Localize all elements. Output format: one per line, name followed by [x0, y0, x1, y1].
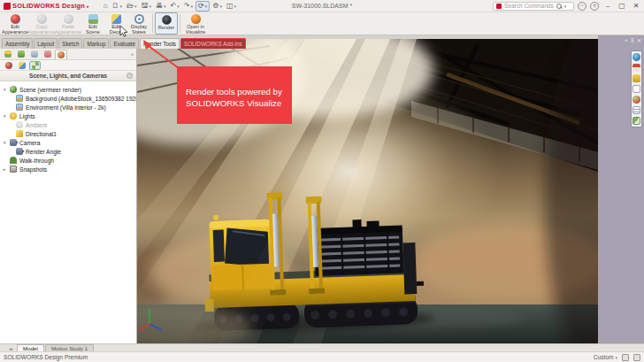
- panel-overflow-chevron-icon[interactable]: »: [131, 51, 134, 57]
- design-library-icon[interactable]: [632, 74, 640, 82]
- edit-decal-icon: [111, 14, 121, 24]
- close-button[interactable]: ✕: [631, 2, 641, 10]
- login-icon[interactable]: ◠: [578, 2, 586, 11]
- expander-icon[interactable]: ▾: [4, 87, 10, 92]
- expander-icon[interactable]: ▸: [4, 166, 10, 172]
- tab-markup[interactable]: Markup: [83, 38, 109, 49]
- visualize-icon: [191, 14, 201, 24]
- expander-icon[interactable]: ▾: [4, 140, 10, 145]
- status-tag-icon[interactable]: [622, 354, 629, 361]
- solidworks-resources-icon[interactable]: [632, 53, 640, 61]
- edit-appearance-button[interactable]: Edit Appearance: [2, 12, 28, 35]
- edit-scene-button[interactable]: Edit Scene: [81, 12, 104, 35]
- featuremanager-tree-tab[interactable]: [2, 50, 14, 59]
- solidworks-forum-icon[interactable]: [632, 117, 640, 125]
- appearances-filter-icon: [5, 62, 12, 69]
- print-button[interactable]: 🖶▾: [154, 1, 168, 12]
- tree-item-camera[interactable]: ▾ Camera: [0, 138, 136, 147]
- maximize-button[interactable]: ▢: [617, 2, 627, 10]
- app-logo[interactable]: SOLIDWORKS Design ▸: [0, 2, 93, 10]
- task-pane-tab-strip: [631, 50, 642, 127]
- tree-item-background[interactable]: Background (AdobeStock_136509382 1920): [0, 94, 136, 103]
- dimxpertmanager-tab[interactable]: [42, 50, 54, 59]
- help-icon[interactable]: ?: [590, 2, 599, 11]
- taskpane-pin-icon[interactable]: ⊼: [631, 37, 634, 44]
- unit-system-dropdown[interactable]: Custom ▾: [594, 354, 617, 360]
- custom-properties-icon[interactable]: [632, 106, 640, 114]
- decals-filter-icon: [19, 62, 26, 69]
- paste-appearance-button[interactable]: Paste Appearance: [55, 12, 81, 35]
- tree-item-walk-through[interactable]: Walk-through: [0, 156, 136, 165]
- panel-help-icon[interactable]: ?: [126, 73, 133, 79]
- tab-model[interactable]: Model: [17, 344, 44, 351]
- panel-title: Scene, Lights, and Cameras: [29, 73, 107, 79]
- tree-item-directional1[interactable]: Directional1: [0, 129, 136, 138]
- tab-motion-study-1[interactable]: Motion Study 1: [45, 344, 94, 351]
- copy-appearance-icon: [37, 14, 47, 24]
- save-button[interactable]: 🖫▾: [140, 1, 154, 12]
- tab-sketch[interactable]: Sketch: [58, 38, 82, 49]
- ribbon-tab-strip: Assembly Layout Sketch Markup Evaluate R…: [0, 35, 209, 49]
- search-dropdown-icon[interactable]: ▾: [564, 4, 567, 9]
- task-pane-topbar: « ⊼ ✕: [598, 35, 644, 44]
- render-icon: [162, 15, 172, 25]
- taskpane-close-icon[interactable]: ✕: [637, 37, 641, 44]
- home-button[interactable]: ⌂: [102, 1, 110, 12]
- view-appearances-button[interactable]: [3, 61, 14, 70]
- taskpane-collapse-icon[interactable]: «: [625, 37, 627, 44]
- file-explorer-icon[interactable]: [632, 85, 640, 93]
- model-tab-bar: ◂▸ Model Motion Study 1: [0, 343, 644, 351]
- dimxpertmanager-icon: [44, 50, 51, 58]
- new-document-button[interactable]: 🗋▾: [111, 1, 125, 12]
- options-button[interactable]: ⚙▾: [211, 1, 224, 12]
- scene-lights-filter-icon: [32, 62, 39, 69]
- tab-solidworks-add-ins[interactable]: SOLIDWORKS Add-Ins: [180, 38, 246, 49]
- callout-text-line2: SOLIDWORKS Visualize: [186, 98, 285, 110]
- status-text: SOLIDWORKS Design Premium: [4, 354, 88, 360]
- mouse-cursor-icon: [119, 26, 128, 37]
- configurationmanager-tab[interactable]: [28, 50, 41, 59]
- redo-button[interactable]: ↷▾: [182, 1, 195, 12]
- tree-item-environment[interactable]: Environment (Villa Interior - 2k): [0, 103, 136, 112]
- rebuild-button[interactable]: ⟳▾: [196, 1, 210, 12]
- appearance-sphere-icon: [11, 14, 20, 24]
- search-icon[interactable]: [556, 4, 562, 9]
- propertymanager-tab[interactable]: [15, 50, 27, 59]
- search-placeholder: Search Commands: [504, 3, 554, 9]
- appearances-scenes-icon[interactable]: [632, 96, 640, 104]
- app-name: SOLIDWORKS Design: [12, 2, 85, 10]
- tab-evaluate[interactable]: Evaluate: [110, 38, 139, 49]
- view-decals-button[interactable]: [16, 61, 27, 70]
- tree-item-snapshots[interactable]: ▸ Snapshots: [0, 165, 136, 173]
- directional-light-icon: [16, 130, 23, 137]
- minimize-button[interactable]: –: [602, 2, 613, 10]
- display-states-target-button[interactable]: Display States Target: [127, 12, 150, 35]
- paste-appearance-icon: [64, 14, 73, 24]
- tab-render-tools[interactable]: Render Tools: [140, 38, 180, 49]
- open-in-visualize-button[interactable]: Open in Visualize: [182, 12, 209, 35]
- ambient-light-icon: [16, 121, 23, 128]
- display-settings-button[interactable]: ◫▾: [225, 1, 238, 12]
- copy-appearance-button[interactable]: Copy Appearance: [28, 12, 55, 35]
- unit-dropdown-arrow-icon: ▾: [615, 355, 617, 360]
- tree-item-render-angle[interactable]: Render Angle: [0, 147, 136, 156]
- titlebar-right: Search Commands ▾ ◠ ? – ▢ ✕: [493, 2, 644, 11]
- render-button[interactable]: Render: [155, 12, 178, 35]
- tab-layout[interactable]: Layout: [34, 38, 58, 49]
- open-document-button[interactable]: 🗁▾: [125, 1, 139, 12]
- view-scene-lights-cameras-button[interactable]: [29, 61, 41, 70]
- status-editing-icon[interactable]: [633, 354, 640, 361]
- home-tab-icon[interactable]: [632, 64, 640, 72]
- display-states-target-icon: [134, 14, 144, 24]
- panel-header: Scene, Lights, and Cameras ?: [0, 71, 136, 81]
- tab-assembly[interactable]: Assembly: [2, 38, 33, 49]
- expander-icon[interactable]: ▾: [4, 113, 10, 119]
- tree-item-lights[interactable]: ▾ Lights: [0, 112, 136, 120]
- scene-tree: ▾ Scene (vermeer render) Background (Ado…: [0, 81, 136, 173]
- tree-item-ambient[interactable]: Ambient: [0, 120, 136, 129]
- undo-button[interactable]: ↶▾: [169, 1, 181, 12]
- tree-item-scene[interactable]: ▾ Scene (vermeer render): [0, 85, 136, 94]
- app-menu-arrow-icon[interactable]: ▸: [87, 4, 89, 9]
- search-commands-box[interactable]: Search Commands ▾: [493, 2, 574, 11]
- displaymanager-tab[interactable]: [55, 50, 67, 59]
